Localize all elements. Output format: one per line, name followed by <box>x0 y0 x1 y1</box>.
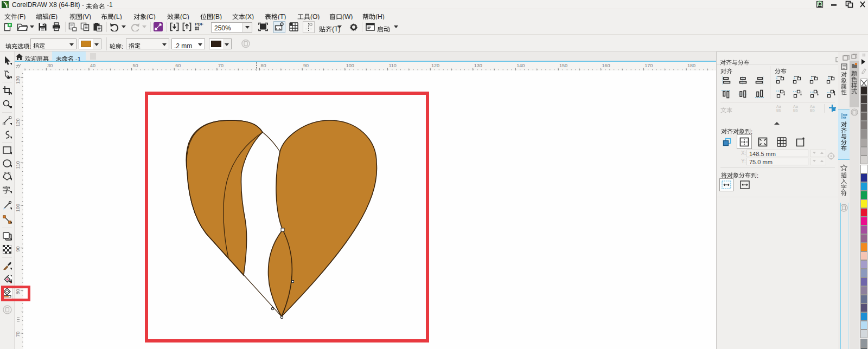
svg-text:130: 130 <box>474 63 482 68</box>
svg-text:110: 110 <box>388 63 396 68</box>
svg-text:80: 80 <box>261 63 266 68</box>
svg-text:130: 130 <box>15 76 21 84</box>
svg-text:70: 70 <box>218 63 224 68</box>
svg-text:100: 100 <box>15 204 21 212</box>
svg-text:120: 120 <box>15 119 21 127</box>
svg-text:50: 50 <box>133 63 138 68</box>
svg-text:180: 180 <box>687 63 695 68</box>
svg-text:70: 70 <box>15 332 21 337</box>
svg-text:100: 100 <box>346 63 354 68</box>
svg-text:110: 110 <box>15 161 21 169</box>
svg-text:160: 160 <box>602 63 610 68</box>
svg-text:60: 60 <box>175 63 181 68</box>
svg-text:90: 90 <box>303 63 309 68</box>
svg-text:40: 40 <box>90 63 95 68</box>
svg-text:30: 30 <box>47 63 53 68</box>
svg-text:170: 170 <box>644 63 653 68</box>
svg-text:140: 140 <box>516 63 525 68</box>
svg-text:90: 90 <box>15 247 21 252</box>
svg-text:150: 150 <box>559 63 567 68</box>
svg-text:120: 120 <box>431 63 439 68</box>
